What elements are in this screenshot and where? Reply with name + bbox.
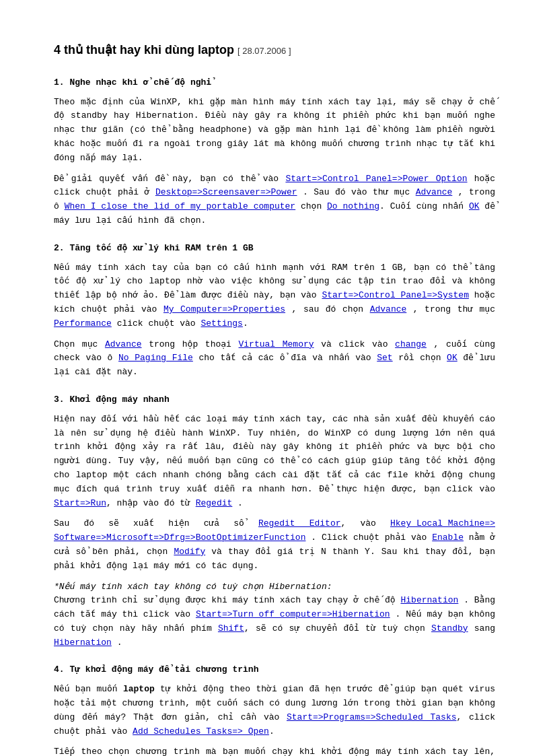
link-advance-3[interactable]: Advance: [105, 339, 142, 349]
link-desktop-screensaver[interactable]: Desktop=>Screensaver=>Power: [155, 187, 297, 197]
link-advance-2[interactable]: Advance: [370, 304, 407, 314]
title-date: [ 28.07.2006 ]: [237, 46, 291, 56]
link-scheduled-tasks[interactable]: Start=>Programs=>Scheduled Tasks: [287, 712, 457, 722]
section-1-para-1: Theo mặc định của WinXP, khi gặp màn hìn…: [54, 96, 495, 166]
section-3-para-2: Sau đó sẽ xuất hiện cửa sổ Regedit Edito…: [54, 517, 495, 573]
link-ok-2[interactable]: OK: [447, 353, 458, 363]
section-2-heading: 2. Tăng tốc độ xử lý khi RAM trên 1 GB: [54, 242, 495, 256]
italic-note: *Nếu máy tính xách tay không có tuỳ chọn…: [54, 582, 332, 592]
section-1: 1. Nghe nhạc khi ở chế độ nghỉ Theo mặc …: [54, 76, 495, 228]
link-settings[interactable]: Settings: [200, 318, 242, 329]
link-no-paging-file[interactable]: No Paging File: [118, 353, 193, 363]
section-3-para-3: *Nếu máy tính xách tay không có tuỳ chọn…: [54, 580, 495, 650]
link-regedit-editor[interactable]: Regedit Editor: [258, 518, 341, 528]
link-advance-1[interactable]: Advance: [416, 187, 453, 197]
section-3-heading: 3. Khởi động máy nhanh: [54, 393, 495, 407]
link-do-nothing[interactable]: Do nothing: [327, 201, 379, 211]
link-enable[interactable]: Enable: [432, 532, 464, 543]
section-2-para-2: Chọn mục Advance trong hộp thoại Virtual…: [54, 338, 495, 380]
section-4: 4. Tự khởi động máy để tải chương trình …: [54, 663, 495, 756]
link-set[interactable]: Set: [377, 353, 392, 363]
link-when-close-lid[interactable]: When I close the lid of my portable comp…: [65, 201, 296, 211]
section-4-para-1: Nếu bạn muốn laptop tự khởi động theo th…: [54, 683, 495, 738]
link-hibernation-2[interactable]: Hibernation: [54, 638, 112, 648]
link-performance[interactable]: Performance: [54, 318, 112, 329]
link-ok-1[interactable]: OK: [469, 201, 480, 211]
link-regedit[interactable]: Regedit: [196, 498, 233, 508]
link-start-system[interactable]: Start=>Control Panel=>System: [322, 290, 468, 300]
link-hibernation-1[interactable]: Hibernation: [400, 595, 458, 605]
link-add-schedules[interactable]: Add Schedules Tasks=> Open: [133, 726, 269, 736]
section-2: 2. Tăng tốc độ xử lý khi RAM trên 1 GB N…: [54, 242, 495, 380]
link-standby[interactable]: Standby: [431, 623, 468, 633]
link-start-run[interactable]: Start=>Run: [54, 498, 106, 508]
link-start-turn-off[interactable]: Start=>Turn off computer=>Hibernation: [196, 609, 390, 619]
section-2-para-1: Nếu máy tính xách tay của bạn có cấu hìn…: [54, 261, 495, 331]
section-1-para-2: Để giải quyết vấn đề này, bạn có thể vào…: [54, 172, 495, 228]
link-virtual-memory[interactable]: Virtual Memory: [239, 339, 314, 349]
link-start-power-option[interactable]: Start=>Control Panel=>Power Option: [285, 174, 467, 184]
section-4-heading: 4. Tự khởi động máy để tải chương trình: [54, 663, 495, 677]
link-modify[interactable]: Modify: [174, 547, 205, 557]
link-shift[interactable]: Shift: [218, 623, 244, 633]
title-text: 4 thủ thuật hay khi dùng laptop: [54, 43, 234, 57]
section-4-para-2: Tiếp theo chọn chương trình mà bạn muốn …: [54, 745, 495, 756]
link-change[interactable]: change: [395, 339, 427, 349]
page-title: 4 thủ thuật hay khi dùng laptop [ 28.07.…: [54, 40, 495, 60]
link-my-computer-properties[interactable]: My Computer=>Properties: [163, 304, 285, 314]
bold-laptop: laptop: [123, 684, 155, 694]
section-3-para-1: Hiện nay đối với hầu hết các loại máy tí…: [54, 413, 495, 511]
section-1-heading: 1. Nghe nhạc khi ở chế độ nghỉ: [54, 76, 495, 90]
section-3: 3. Khởi động máy nhanh Hiện nay đối với …: [54, 393, 495, 650]
